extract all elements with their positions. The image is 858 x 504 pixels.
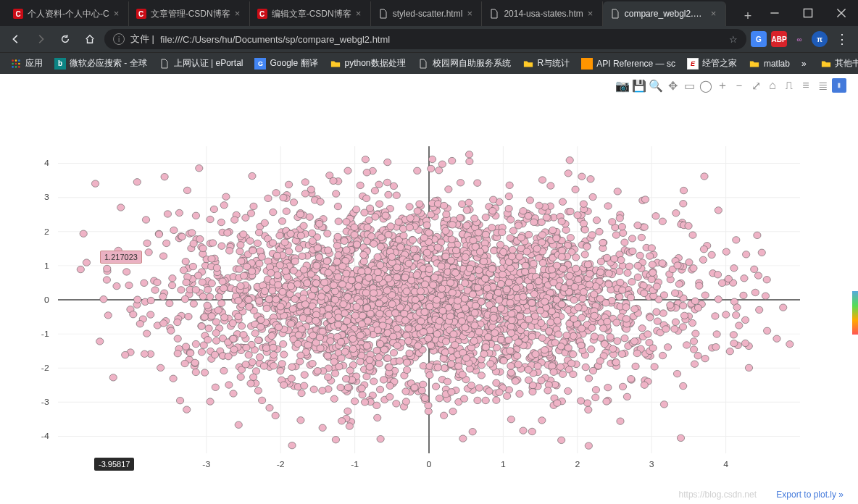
ext-purple[interactable]: ∞ [791,31,807,47]
bookmark-item[interactable]: R与统计 [518,55,575,72]
other-bookmarks[interactable]: 其他书签 [817,55,858,72]
svg-point-3080 [507,323,515,329]
bookmark-item[interactable]: E经管之家 [683,55,741,72]
spike-icon[interactable]: ⎍ [782,78,796,93]
svg-point-3140 [508,316,515,323]
bookmark-item[interactable]: b微软必应搜索 - 全球 [50,55,151,72]
home-button[interactable] [80,29,100,49]
svg-point-3236 [558,247,565,253]
ext-pi[interactable]: π [812,31,828,47]
bookmarks-overflow[interactable]: » [797,56,811,71]
svg-point-2497 [280,194,287,201]
svg-point-2010 [306,214,313,220]
svg-point-3237 [390,333,397,340]
star-bookmark-icon[interactable]: ☆ [729,34,738,45]
svg-point-2745 [575,304,582,311]
svg-point-3505 [164,211,171,217]
svg-point-2691 [528,333,536,340]
svg-point-3452 [420,235,428,241]
svg-point-2931 [604,318,611,324]
browser-tab[interactable]: C编辑文章-CSDN博客× [250,1,371,26]
close-tab-icon[interactable]: × [711,10,718,17]
select-icon[interactable]: ▭ [682,78,696,93]
close-window-button[interactable] [825,0,858,26]
svg-point-2324 [338,418,345,424]
svg-point-3376 [504,392,511,399]
svg-point-3134 [314,245,321,251]
browser-tab[interactable]: 2014-usa-states.htm× [482,1,602,26]
browser-tab[interactable]: C个人资料-个人中心-C× [6,1,129,26]
bookmark-item[interactable]: python数据处理 [325,55,410,72]
svg-point-845 [204,337,212,343]
export-link[interactable]: Export to plot.ly » [776,490,844,500]
autoscale-icon[interactable]: ⤢ [749,78,763,93]
svg-point-54 [201,369,208,376]
svg-point-3083 [247,210,254,217]
svg-point-3433 [438,285,446,292]
zoom-icon[interactable]: 🔍 [649,78,663,93]
svg-point-1868 [696,282,703,289]
omnibox[interactable]: i 文件 | file:///C:/Users/hu/Documents/sp/… [104,29,746,49]
close-tab-icon[interactable]: × [588,10,595,17]
svg-point-69 [474,397,481,403]
back-button[interactable] [6,29,26,49]
svg-point-3359 [566,272,573,279]
svg-point-3337 [404,337,412,344]
adblock-plus[interactable]: ABP [771,31,787,47]
forward-button[interactable] [30,29,51,49]
svg-point-1856 [272,412,279,419]
close-tab-icon[interactable]: × [114,10,121,17]
save-icon[interactable]: 💾 [632,78,646,93]
svg-point-2792 [373,402,380,408]
bookmark-item[interactable]: GGoogle 翻译 [250,55,322,72]
svg-point-2632 [572,254,580,261]
menu-button[interactable]: ⋮ [832,29,852,49]
reload-button[interactable] [55,29,75,49]
scatter-plot[interactable]: -3-2-101234-4-3-2-101234 [58,146,800,453]
bookmark-item[interactable]: 应用 [6,55,47,72]
svg-point-3146 [634,262,641,269]
svg-point-3491 [400,232,407,239]
new-tab-button[interactable]: + [738,6,758,26]
close-tab-icon[interactable]: × [467,10,474,17]
svg-point-3184 [260,363,267,369]
browser-tab[interactable]: styled-scatter.html× [371,1,483,26]
svg-point-2234 [147,297,154,303]
bookmark-item[interactable]: 校园网自助服务系统 [413,55,515,72]
tab-label: styled-scatter.html [393,9,463,19]
close-tab-icon[interactable]: × [235,10,242,17]
browser-tab[interactable]: compare_webgl2.html× [603,1,726,26]
zoom-out-icon[interactable]: － [732,78,746,93]
bookmark-item[interactable]: 上网认证 | ePortal [154,55,248,72]
minimize-button[interactable] [758,0,791,26]
reset-axes-icon[interactable]: ⌂ [765,78,780,93]
browser-tab[interactable]: C文章管理-CSDN博客× [129,1,250,26]
svg-point-2198 [625,263,633,269]
bookmark-item[interactable]: matlab [744,56,794,72]
svg-point-2423 [418,387,425,394]
svg-point-3291 [316,220,323,227]
svg-point-3492 [130,311,137,317]
svg-point-2050 [383,179,391,185]
svg-point-3244 [366,364,373,370]
pan-icon[interactable]: ✥ [665,78,680,93]
camera-icon[interactable]: 📷 [615,78,630,93]
close-tab-icon[interactable]: × [356,10,363,17]
hover-compare-icon[interactable]: ≣ [815,78,830,93]
svg-point-3370 [530,290,538,297]
svg-point-3402 [522,269,529,275]
zoom-in-icon[interactable]: ＋ [715,78,730,93]
svg-point-816 [205,325,212,332]
svg-point-1199 [680,201,687,207]
lasso-icon[interactable]: ◯ [699,78,713,93]
google-translate[interactable]: G [751,31,767,47]
site-info-icon[interactable]: i [113,33,125,45]
maximize-button[interactable] [791,0,825,26]
plotly-logo-icon[interactable]: ⦀ [832,78,846,93]
bookmark-item[interactable]: API Reference — sc [577,56,680,72]
svg-point-3255 [578,342,585,348]
svg-point-3346 [558,253,565,260]
hover-closest-icon[interactable]: ≡ [799,78,813,93]
svg-point-275 [466,158,473,164]
svg-point-2856 [431,274,438,280]
